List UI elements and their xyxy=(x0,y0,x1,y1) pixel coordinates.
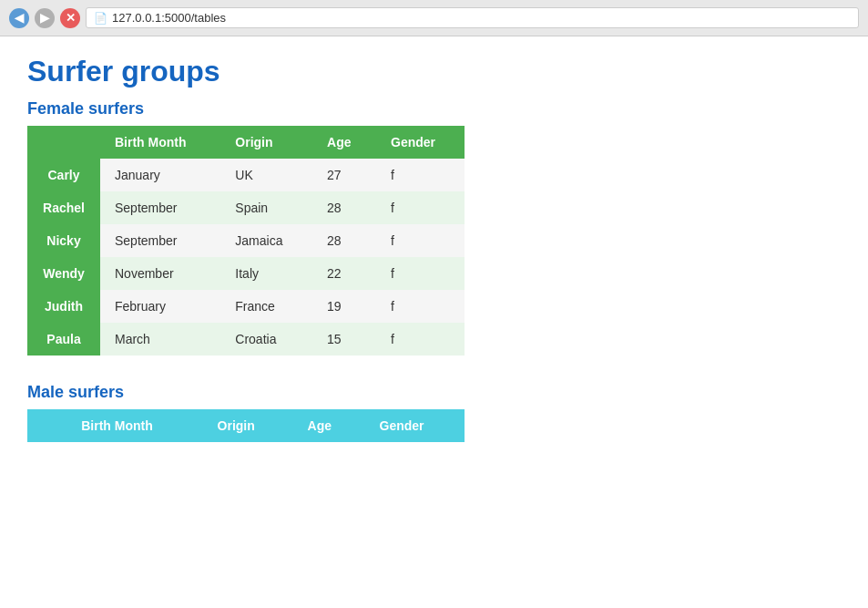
surfer-name: Judith xyxy=(27,290,100,323)
age: 22 xyxy=(312,257,376,290)
age: 28 xyxy=(312,224,376,257)
origin: Croatia xyxy=(220,323,312,356)
gender: f xyxy=(376,290,465,323)
male-surfers-table: Birth Month Origin Age Gender xyxy=(27,409,465,442)
table-row: WendyNovemberItaly22f xyxy=(27,257,465,290)
col-header-gender: Gender xyxy=(376,126,465,159)
age: 15 xyxy=(312,323,376,356)
close-button[interactable]: ✕ xyxy=(60,8,80,28)
surfer-name: Nicky xyxy=(27,224,100,257)
col-header-age: Age xyxy=(312,126,376,159)
col-header-birth-month: Birth Month xyxy=(100,126,220,159)
origin: Italy xyxy=(220,257,312,290)
male-col-header-age: Age xyxy=(293,409,365,442)
birth-month: February xyxy=(100,290,220,323)
surfer-name: Carly xyxy=(27,159,100,191)
birth-month: January xyxy=(100,159,220,191)
address-bar[interactable]: 📄 127.0.0.1:5000/tables xyxy=(86,7,859,28)
table-row: PaulaMarchCroatia15f xyxy=(27,323,465,356)
male-col-header-origin: Origin xyxy=(203,409,293,442)
male-col-header-name xyxy=(27,409,66,442)
back-button[interactable]: ◀ xyxy=(9,8,29,28)
gender: f xyxy=(376,159,465,191)
female-table-header-row: Birth Month Origin Age Gender xyxy=(27,126,465,159)
page-icon: 📄 xyxy=(94,12,107,25)
gender: f xyxy=(376,224,465,257)
table-row: NickySeptemberJamaica28f xyxy=(27,224,465,257)
origin: UK xyxy=(220,159,312,191)
table-row: CarlyJanuaryUK27f xyxy=(27,159,465,191)
table-row: JudithFebruaryFrance19f xyxy=(27,290,465,323)
age: 19 xyxy=(312,290,376,323)
gender: f xyxy=(376,257,465,290)
female-surfers-table: Birth Month Origin Age Gender CarlyJanua… xyxy=(27,126,465,356)
male-table-header-row: Birth Month Origin Age Gender xyxy=(27,409,465,442)
url-text: 127.0.0.1:5000/tables xyxy=(112,11,226,25)
birth-month: September xyxy=(100,224,220,257)
male-col-header-birth-month: Birth Month xyxy=(66,409,202,442)
birth-month: March xyxy=(100,323,220,356)
age: 27 xyxy=(312,159,376,191)
surfer-name: Paula xyxy=(27,323,100,356)
birth-month: November xyxy=(100,257,220,290)
page-title: Surfer groups xyxy=(27,55,841,88)
surfer-name: Wendy xyxy=(27,257,100,290)
gender: f xyxy=(376,191,465,224)
age: 28 xyxy=(312,191,376,224)
gender: f xyxy=(376,323,465,356)
male-col-header-gender: Gender xyxy=(365,409,465,442)
forward-button[interactable]: ▶ xyxy=(35,8,55,28)
browser-window: ◀ ▶ ✕ 📄 127.0.0.1:5000/tables Surfer gro… xyxy=(0,0,868,608)
page-content: Surfer groups Female surfers Birth Month… xyxy=(0,36,868,605)
origin: Spain xyxy=(220,191,312,224)
table-row: RachelSeptemberSpain28f xyxy=(27,191,465,224)
female-section-heading: Female surfers xyxy=(27,99,841,119)
col-header-origin: Origin xyxy=(220,126,312,159)
col-header-name xyxy=(27,126,100,159)
birth-month: September xyxy=(100,191,220,224)
browser-chrome: ◀ ▶ ✕ 📄 127.0.0.1:5000/tables xyxy=(0,0,868,36)
origin: France xyxy=(220,290,312,323)
origin: Jamaica xyxy=(220,224,312,257)
male-section-heading: Male surfers xyxy=(27,383,841,402)
surfer-name: Rachel xyxy=(27,191,100,224)
